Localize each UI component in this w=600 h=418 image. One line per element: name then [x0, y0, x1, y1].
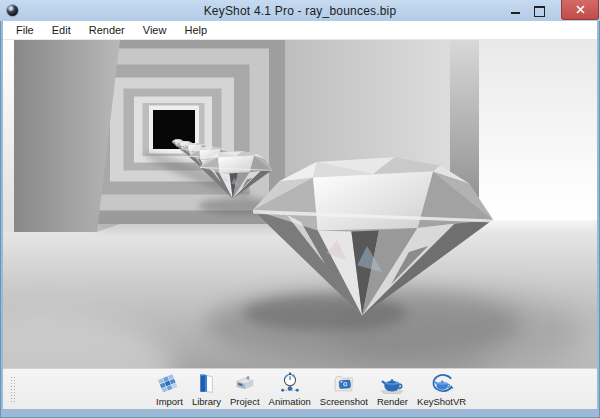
- window-bottom-border: [0, 409, 600, 417]
- toolbar-label: Project: [230, 396, 260, 407]
- white-wall: [479, 40, 597, 221]
- titlebar[interactable]: KeyShot 4.1 Pro - ray_bounces.bip: [0, 0, 600, 21]
- toolbar-label: Import: [156, 396, 183, 407]
- menu-render[interactable]: Render: [80, 21, 134, 39]
- menu-view[interactable]: View: [134, 21, 176, 39]
- animation-icon: [277, 371, 303, 396]
- toolbar-label: Library: [192, 396, 221, 407]
- screenshot-icon: [331, 371, 357, 396]
- toolbar-label: Animation: [269, 396, 311, 407]
- toolbar-label: Screenshot: [320, 396, 368, 407]
- render-button[interactable]: Render: [376, 371, 409, 407]
- toolbar: Import Library: [3, 368, 597, 409]
- import-icon: [156, 371, 182, 396]
- screenshot-button[interactable]: Screenshot: [319, 371, 369, 407]
- app-window: KeyShot 4.1 Pro - ray_bounces.bip File E…: [0, 0, 600, 418]
- keyshotvr-icon: [429, 371, 455, 396]
- library-button[interactable]: Library: [191, 371, 222, 407]
- import-button[interactable]: Import: [155, 371, 184, 407]
- close-icon[interactable]: [561, 0, 599, 20]
- keyshotvr-button[interactable]: KeyShotVR: [416, 371, 467, 407]
- menu-help[interactable]: Help: [175, 21, 216, 39]
- minimize-icon[interactable]: [511, 12, 520, 14]
- toolbar-label: Render: [377, 396, 408, 407]
- animation-button[interactable]: Animation: [268, 371, 312, 407]
- render-viewport[interactable]: [3, 40, 597, 368]
- toolbar-grip[interactable]: [10, 376, 15, 402]
- toolbar-label: KeyShotVR: [417, 396, 466, 407]
- menubar: File Edit Render View Help: [3, 21, 597, 40]
- project-button[interactable]: Project: [229, 371, 261, 407]
- menu-file[interactable]: File: [7, 21, 43, 39]
- render-icon: [379, 371, 405, 396]
- left-edge-wall: [3, 40, 14, 236]
- library-icon: [193, 371, 219, 396]
- window-title: KeyShot 4.1 Pro - ray_bounces.bip: [0, 4, 600, 18]
- project-icon: [232, 371, 258, 396]
- menu-edit[interactable]: Edit: [43, 21, 80, 39]
- window-controls: [511, 0, 600, 21]
- maximize-icon[interactable]: [534, 6, 545, 17]
